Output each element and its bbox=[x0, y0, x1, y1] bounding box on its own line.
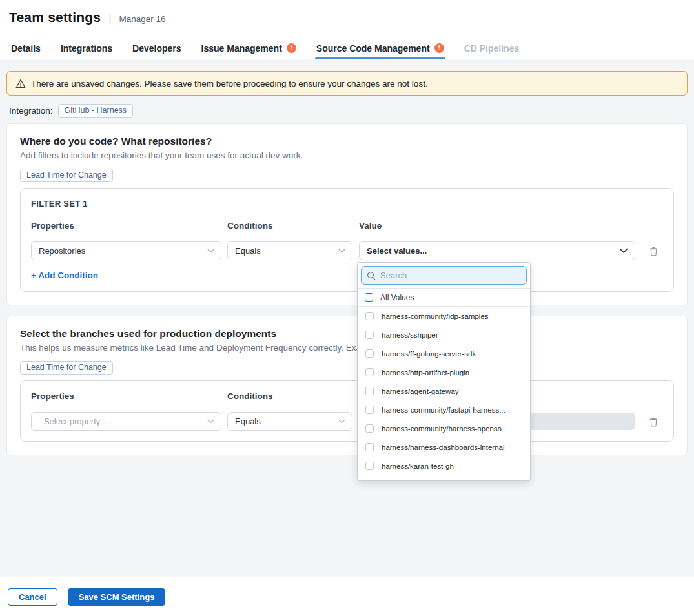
chevron-down-icon bbox=[338, 249, 345, 253]
branches-card: Select the branches used for production … bbox=[6, 316, 688, 455]
dropdown-option[interactable]: harness/karan-test-gh bbox=[358, 457, 530, 475]
trash-icon bbox=[649, 416, 658, 427]
chevron-down-icon bbox=[207, 249, 214, 253]
branches-card-subtitle: This helps us measure metrics like Lead … bbox=[20, 343, 674, 353]
dropdown-option[interactable]: harness/ff-golang-server-sdk bbox=[358, 344, 530, 363]
chevron-down-icon bbox=[207, 419, 214, 424]
unsaved-changes-banner: There are unsaved changes. Please save t… bbox=[6, 71, 688, 96]
add-condition-link[interactable]: + Add Condition bbox=[31, 271, 98, 280]
value-select-placeholder: Select values... bbox=[367, 246, 427, 256]
tab-label: CD Pipelines bbox=[464, 43, 520, 54]
warning-badge-icon: ! bbox=[434, 43, 444, 53]
option-label: harness/agent-gateway bbox=[382, 387, 459, 395]
save-scm-settings-button[interactable]: Save SCM Settings bbox=[68, 588, 166, 606]
footer-actions: Cancel Save SCM Settings bbox=[0, 577, 694, 616]
tab-issue-management[interactable]: Issue Management ! bbox=[201, 37, 296, 59]
condition-select-value: Equals bbox=[235, 246, 261, 256]
delete-filter-button[interactable] bbox=[649, 246, 658, 256]
option-checkbox[interactable] bbox=[365, 387, 374, 395]
filter-row: - Select property... - Equals bbox=[31, 412, 663, 431]
filter-set-title: FILTER SET 1 bbox=[31, 199, 663, 209]
cancel-button[interactable]: Cancel bbox=[8, 588, 57, 606]
dropdown-option[interactable]: harness-community/harness-openso... bbox=[358, 419, 530, 438]
filter-column-headers: Properties Conditions Value bbox=[31, 221, 663, 231]
dropdown-option[interactable]: harness/harness-dashboards-internal bbox=[358, 438, 530, 457]
option-label: harness/... bbox=[382, 481, 416, 482]
option-label: harness/ff-golang-server-sdk bbox=[382, 350, 476, 358]
dropdown-option[interactable]: harness-community/idp-samples bbox=[358, 307, 530, 325]
search-icon bbox=[367, 271, 376, 280]
tab-label: Issue Management bbox=[201, 43, 282, 54]
property-select[interactable]: - Select property... - bbox=[31, 412, 221, 431]
banner-text: There are unsaved changes. Please save t… bbox=[31, 79, 428, 88]
lead-time-chip: Lead Time for Change bbox=[20, 169, 113, 182]
option-checkbox[interactable] bbox=[365, 443, 374, 451]
option-checkbox[interactable] bbox=[365, 349, 374, 358]
option-checkbox[interactable] bbox=[365, 462, 374, 470]
property-select-placeholder: - Select property... - bbox=[39, 416, 112, 426]
dropdown-search-box[interactable] bbox=[361, 266, 527, 285]
value-dropdown-panel: All Values harness-community/idp-samples… bbox=[357, 262, 531, 481]
page-header: Team settings | Manager 16 bbox=[0, 0, 694, 37]
warning-badge-icon: ! bbox=[287, 43, 296, 53]
tab-source-code-management[interactable]: Source Code Management ! bbox=[316, 37, 444, 59]
filter-column-headers: Properties Conditions bbox=[31, 391, 663, 401]
conditions-header: Conditions bbox=[227, 391, 352, 401]
value-multiselect[interactable]: Select values... bbox=[359, 241, 635, 260]
option-label: harness/http-artifact-plugin bbox=[382, 369, 469, 376]
chevron-down-icon bbox=[338, 419, 345, 424]
value-header: Value bbox=[359, 221, 635, 231]
option-checkbox[interactable] bbox=[365, 424, 374, 433]
option-label: harness-community/fastapi-harness... bbox=[382, 406, 505, 414]
all-values-checkbox[interactable] bbox=[365, 293, 373, 302]
all-values-label: All Values bbox=[380, 293, 414, 302]
integration-row: Integration: GitHub - Harness bbox=[6, 104, 688, 118]
tab-label: Developers bbox=[132, 43, 181, 54]
option-checkbox[interactable] bbox=[365, 368, 374, 376]
option-label: harness/karan-test-gh bbox=[382, 462, 454, 470]
repositories-card: Where do you code? What repositories? Ad… bbox=[6, 123, 688, 305]
tab-label: Integrations bbox=[61, 43, 112, 54]
repositories-card-subtitle: Add filters to include repositories that… bbox=[20, 150, 674, 160]
page-subtitle: Manager 16 bbox=[119, 14, 165, 24]
chevron-down-icon bbox=[619, 248, 628, 254]
all-values-option[interactable]: All Values bbox=[358, 289, 530, 307]
option-checkbox[interactable] bbox=[365, 406, 374, 414]
condition-select[interactable]: Equals bbox=[227, 412, 352, 431]
property-select[interactable]: Repositories bbox=[31, 241, 221, 260]
title-divider: | bbox=[108, 13, 111, 25]
lead-time-chip: Lead Time for Change bbox=[20, 361, 113, 375]
dropdown-search-area bbox=[358, 263, 530, 289]
tab-cd-pipelines: CD Pipelines bbox=[464, 37, 520, 59]
option-checkbox[interactable] bbox=[365, 331, 374, 339]
warning-triangle-icon bbox=[15, 79, 26, 88]
dropdown-option[interactable]: harness/agent-gateway bbox=[358, 382, 530, 400]
tab-developers[interactable]: Developers bbox=[132, 37, 181, 59]
dropdown-option[interactable]: harness-community/fastapi-harness... bbox=[358, 400, 530, 419]
repositories-card-title: Where do you code? What repositories? bbox=[20, 136, 674, 147]
option-label: harness/sshpiper bbox=[382, 331, 438, 339]
option-checkbox[interactable] bbox=[365, 480, 374, 481]
option-label: harness-community/idp-samples bbox=[382, 313, 489, 320]
tab-details[interactable]: Details bbox=[11, 37, 41, 59]
option-checkbox[interactable] bbox=[365, 312, 374, 320]
integration-label: Integration: bbox=[9, 106, 53, 116]
filter-set-1: FILTER SET 1 Properties Conditions Value… bbox=[20, 188, 674, 292]
search-input[interactable] bbox=[380, 271, 521, 280]
properties-header: Properties bbox=[31, 221, 221, 231]
delete-filter-button[interactable] bbox=[649, 416, 658, 427]
property-select-value: Repositories bbox=[39, 246, 85, 256]
tab-integrations[interactable]: Integrations bbox=[61, 37, 112, 59]
page-title: Team settings bbox=[9, 10, 101, 25]
dropdown-option[interactable]: harness/sshpiper bbox=[358, 325, 530, 344]
tab-label: Source Code Management bbox=[316, 43, 430, 54]
properties-header: Properties bbox=[31, 391, 221, 401]
filter-row: Repositories Equals Select values... bbox=[31, 241, 663, 260]
tab-bar: Details Integrations Developers Issue Ma… bbox=[0, 37, 694, 59]
option-label: harness/harness-dashboards-internal bbox=[382, 444, 505, 451]
trash-icon bbox=[649, 246, 658, 256]
dropdown-option-clipped[interactable]: harness/... bbox=[358, 475, 530, 481]
dropdown-option[interactable]: harness/http-artifact-plugin bbox=[358, 363, 530, 382]
condition-select[interactable]: Equals bbox=[227, 241, 352, 260]
option-label: harness-community/harness-openso... bbox=[382, 425, 508, 433]
